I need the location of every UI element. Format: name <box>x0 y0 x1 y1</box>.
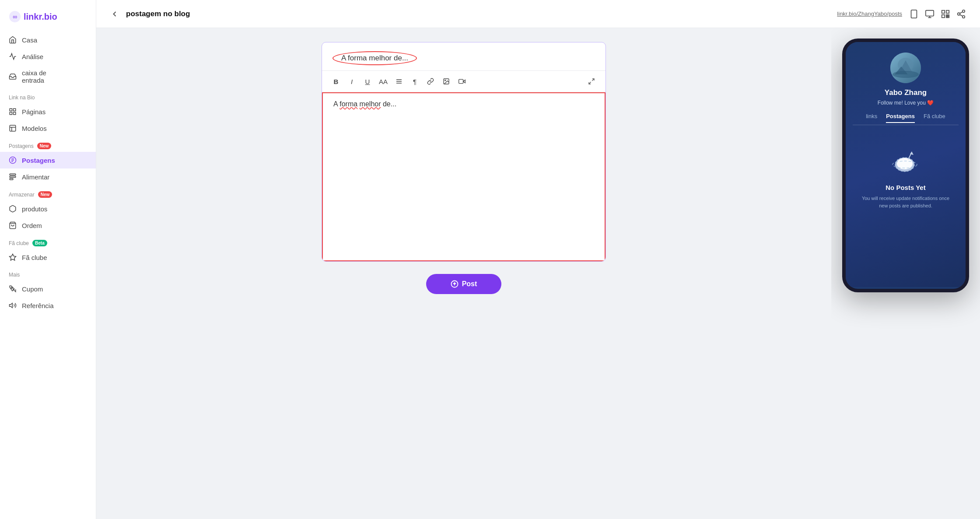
svg-marker-39 <box>463 80 466 83</box>
svg-rect-24 <box>942 14 945 17</box>
sidebar-item-inbox[interactable]: caixa deentrada <box>0 65 96 88</box>
font-size-button[interactable]: AA <box>376 74 390 88</box>
paragraph-button[interactable]: ¶ <box>408 74 422 88</box>
header: postagem no blog linkr.bio/ZhangYabo/pos… <box>96 0 980 28</box>
phone-inner: Yabo Zhang Follow me! Love you ❤️ links … <box>846 42 966 287</box>
editor-title-area: A forma melhor de... <box>322 42 606 71</box>
toolbar: B I U AA ¶ <box>322 71 606 92</box>
italic-button[interactable]: I <box>345 74 359 88</box>
star-icon <box>9 253 17 261</box>
svg-rect-27 <box>946 16 948 18</box>
layout-icon <box>9 124 17 132</box>
sidebar-item-label: Postagens <box>22 157 55 164</box>
svg-marker-14 <box>10 254 16 260</box>
bag-icon <box>9 221 17 229</box>
svg-rect-10 <box>10 174 16 175</box>
svg-point-31 <box>962 15 965 18</box>
underline-button[interactable]: U <box>360 74 374 88</box>
logo-text: linkr.bio <box>24 12 57 22</box>
svg-rect-4 <box>10 112 12 115</box>
sidebar-item-label: caixa deentrada <box>22 69 46 84</box>
inbox-icon <box>9 73 17 81</box>
new-badge-2: New <box>38 191 52 198</box>
post-button[interactable]: Post <box>426 274 502 294</box>
link-button[interactable] <box>424 74 438 88</box>
align-button[interactable] <box>392 74 406 88</box>
no-posts-title: No Posts Yet <box>886 184 925 191</box>
sidebar-item-label: Ordem <box>22 222 42 229</box>
sidebar-item-casa[interactable]: Casa <box>0 32 96 48</box>
posts-icon <box>9 156 17 164</box>
main-content: postagem no blog linkr.bio/ZhangYabo/pos… <box>96 0 980 519</box>
phone-tab-fa-clube[interactable]: Fã clube <box>924 113 945 123</box>
svg-rect-12 <box>10 179 13 180</box>
speaker-icon <box>9 302 17 309</box>
svg-line-41 <box>592 79 594 81</box>
toolbar-left: B I U AA ¶ <box>329 74 469 88</box>
sidebar-item-analise[interactable]: Análise <box>0 48 96 65</box>
svg-rect-2 <box>10 109 12 111</box>
sidebar-item-label: Fã clube <box>22 254 47 261</box>
logo-suffix: .bio <box>42 12 57 21</box>
sidebar-item-label: produtos <box>22 205 47 213</box>
sidebar-item-label: Cupom <box>22 285 43 293</box>
desktop-view-button[interactable] <box>925 9 934 19</box>
svg-rect-23 <box>946 10 949 13</box>
editor-title[interactable]: A forma melhor de... <box>332 51 417 65</box>
svg-rect-28 <box>948 16 949 18</box>
home-icon <box>9 36 17 44</box>
share-button[interactable] <box>956 9 966 19</box>
no-posts-desc: You will receive update notifications on… <box>857 195 954 209</box>
new-badge: New <box>37 143 52 149</box>
phone-username: Yabo Zhang <box>885 88 927 97</box>
svg-point-29 <box>962 10 965 12</box>
tag-icon <box>9 285 17 293</box>
svg-point-49 <box>892 71 919 78</box>
phone-tab-postagens[interactable]: Postagens <box>886 113 915 123</box>
sidebar-item-referencia[interactable]: Referência <box>0 297 96 314</box>
svg-rect-6 <box>10 125 16 131</box>
box-icon <box>9 205 17 213</box>
sidebar-item-ordem[interactable]: Ordem <box>0 217 96 234</box>
svg-rect-11 <box>10 176 16 178</box>
section-armazenar: Armazenar New <box>0 185 96 200</box>
phone-frame: Yabo Zhang Follow me! Love you ❤️ links … <box>842 39 969 292</box>
sidebar-item-label: Páginas <box>22 108 46 116</box>
sidebar-item-cupom[interactable]: Cupom <box>0 281 96 297</box>
svg-rect-22 <box>942 10 945 13</box>
sidebar-item-label: Casa <box>22 36 37 44</box>
sidebar-item-modelos[interactable]: Modelos <box>0 120 96 137</box>
svg-rect-3 <box>14 109 16 111</box>
page-body: A forma melhor de... B I U AA ¶ <box>96 28 980 519</box>
qr-code-button[interactable] <box>941 9 950 19</box>
mobile-view-button[interactable] <box>909 9 919 19</box>
image-button[interactable] <box>439 74 453 88</box>
video-button[interactable] <box>455 74 469 88</box>
section-fa-clube: Fã clube Beta <box>0 234 96 249</box>
svg-point-38 <box>445 80 446 81</box>
sidebar-item-fa-clube[interactable]: Fã clube <box>0 249 96 266</box>
bold-button[interactable]: B <box>329 74 343 88</box>
profile-link[interactable]: linkr.bio/ZhangYabo/posts <box>837 11 902 17</box>
svg-rect-5 <box>14 112 16 115</box>
header-icons <box>909 9 966 19</box>
svg-rect-19 <box>926 10 934 16</box>
phone-tab-links[interactable]: links <box>866 113 877 123</box>
editor-body[interactable]: A forma melhor de... <box>322 92 606 261</box>
sidebar-item-alimentar[interactable]: Alimentar <box>0 168 96 185</box>
sidebar-item-label: Modelos <box>22 125 47 132</box>
sidebar-item-postagens[interactable]: Postagens <box>0 152 96 168</box>
svg-point-30 <box>958 13 960 15</box>
phone-bio: Follow me! Love you ❤️ <box>878 100 934 106</box>
avatar <box>890 53 921 83</box>
expand-button[interactable] <box>584 74 598 88</box>
sidebar-item-paginas[interactable]: Páginas <box>0 103 96 120</box>
back-button[interactable] <box>110 10 119 18</box>
section-link-bio: Link na Bio <box>0 88 96 103</box>
svg-rect-40 <box>459 79 463 83</box>
phone-preview-area: Yabo Zhang Follow me! Love you ❤️ links … <box>831 28 980 519</box>
editor-text[interactable]: A forma melhor de... <box>333 100 594 253</box>
beta-badge: Beta <box>32 240 47 246</box>
sidebar-item-produtos[interactable]: produtos <box>0 200 96 217</box>
editor-area: A forma melhor de... B I U AA ¶ <box>96 28 831 519</box>
